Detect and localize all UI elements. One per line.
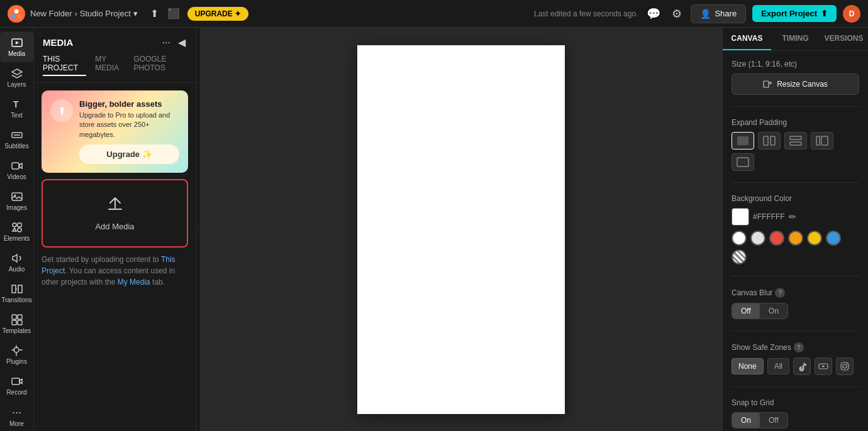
safe-zone-options: None All bbox=[732, 357, 859, 375]
sidebar-item-templates[interactable]: Templates bbox=[0, 308, 33, 339]
sidebar-item-record[interactable]: Record bbox=[0, 370, 33, 401]
safe-zones-section: Show Safe Zones ? None All bbox=[732, 342, 859, 375]
media-panel-header: MEDIA ··· ◀ bbox=[34, 28, 196, 55]
help-text: Get started by uploading content to This… bbox=[42, 254, 188, 288]
svg-rect-29 bbox=[841, 363, 849, 370]
tab-google-photos[interactable]: GOOGLE PHOTOS bbox=[133, 55, 187, 76]
tab-my-media[interactable]: MY MEDIA bbox=[95, 55, 125, 76]
export-button[interactable]: Export Project ⬆ bbox=[752, 5, 837, 22]
layers-icon bbox=[11, 67, 23, 80]
media-label: Media bbox=[8, 50, 25, 57]
subtitles-icon bbox=[11, 129, 23, 141]
sidebar-item-plugins[interactable]: Plugins bbox=[0, 339, 33, 370]
swatch-white[interactable] bbox=[732, 231, 747, 246]
elements-icon bbox=[11, 221, 23, 234]
videos-icon bbox=[11, 160, 23, 172]
padding-opt-1[interactable] bbox=[732, 132, 754, 150]
bg-color-row: #FFFFFF ✏ bbox=[732, 208, 859, 226]
upload-button[interactable]: ⬆ bbox=[148, 5, 161, 22]
upgrade-card-button[interactable]: Upgrade ✨ bbox=[79, 145, 179, 164]
divider-5 bbox=[732, 386, 859, 387]
bg-color-preview[interactable] bbox=[732, 208, 749, 226]
swatch-light-gray[interactable] bbox=[750, 231, 765, 246]
swatch-striped[interactable] bbox=[732, 249, 747, 265]
safe-zone-youtube[interactable] bbox=[815, 357, 832, 375]
present-button[interactable]: ⬛ bbox=[165, 5, 182, 22]
swatch-blue[interactable] bbox=[826, 231, 841, 246]
sidebar-item-audio[interactable]: Audio bbox=[0, 247, 33, 278]
sidebar-item-subtitles[interactable]: Subtitles bbox=[0, 124, 33, 155]
svg-rect-27 bbox=[737, 158, 748, 166]
media-panel: MEDIA ··· ◀ THIS PROJECT MY MEDIA GOOGLE… bbox=[34, 28, 196, 431]
canvas-blur-label: Canvas Blur ? bbox=[732, 288, 859, 298]
svg-rect-19 bbox=[764, 81, 769, 87]
snap-grid-label: Snap to Grid bbox=[732, 398, 859, 407]
sidebar-item-text[interactable]: T Text bbox=[0, 93, 33, 124]
sidebar-item-transitions[interactable]: Transitions bbox=[0, 278, 33, 308]
templates-icon bbox=[11, 314, 23, 326]
divider-2 bbox=[732, 182, 859, 183]
right-panel-body: Size (1:1, 9:16, etc) Resize Canvas Expa… bbox=[723, 51, 868, 431]
settings-button[interactable]: ⚙ bbox=[669, 4, 684, 23]
safe-zone-all[interactable]: All bbox=[767, 358, 789, 374]
audio-label: Audio bbox=[9, 266, 25, 273]
add-media-label: Add Media bbox=[95, 222, 134, 231]
topbar-actions: ⬆ ⬛ bbox=[148, 5, 182, 22]
topbar-right: Last edited a few seconds ago. 💬 ⚙ 👤 Sha… bbox=[534, 4, 860, 23]
user-avatar[interactable]: D bbox=[843, 5, 860, 23]
padding-opt-4[interactable] bbox=[811, 132, 833, 150]
comments-button[interactable]: 💬 bbox=[644, 4, 663, 23]
snap-off-button[interactable]: Off bbox=[760, 413, 787, 428]
canvas-blur-toggle: Off On bbox=[732, 303, 788, 319]
subtitles-label: Subtitles bbox=[4, 143, 28, 150]
blur-off-button[interactable]: Off bbox=[732, 303, 760, 319]
snap-on-button[interactable]: On bbox=[732, 413, 760, 428]
right-panel-tabs: CANVAS TIMING VERSIONS bbox=[723, 28, 868, 51]
share-button[interactable]: 👤 Share bbox=[691, 4, 746, 23]
upload-icon bbox=[106, 195, 124, 217]
upgrade-card-icon: ⬆ bbox=[50, 99, 73, 122]
swatch-red[interactable] bbox=[769, 231, 784, 246]
bg-color-label: Background Color bbox=[732, 194, 859, 203]
svg-rect-26 bbox=[821, 136, 828, 145]
add-media-box[interactable]: Add Media bbox=[42, 179, 188, 248]
tab-canvas[interactable]: CANVAS bbox=[723, 28, 771, 50]
sidebar-item-images[interactable]: Images bbox=[0, 185, 33, 216]
sidebar-item-layers[interactable]: Layers bbox=[0, 62, 33, 93]
resize-canvas-button[interactable]: Resize Canvas bbox=[732, 74, 859, 95]
safe-zones-help[interactable]: ? bbox=[794, 342, 804, 352]
tab-versions[interactable]: VERSIONS bbox=[820, 28, 868, 50]
transitions-label: Transitions bbox=[1, 297, 32, 303]
my-media-link[interactable]: My Media bbox=[118, 278, 150, 286]
tab-this-project[interactable]: THIS PROJECT bbox=[43, 55, 86, 76]
svg-rect-25 bbox=[816, 136, 820, 145]
svg-rect-22 bbox=[771, 136, 775, 145]
canvas-blur-help[interactable]: ? bbox=[775, 288, 785, 298]
svg-rect-7 bbox=[12, 163, 19, 169]
swatch-orange[interactable] bbox=[788, 231, 803, 246]
edit-color-icon[interactable]: ✏ bbox=[789, 212, 796, 222]
sidebar-item-more[interactable]: ··· More bbox=[0, 401, 33, 431]
topbar: New Folder › Studio Project ▾ ⬆ ⬛ UPGRAD… bbox=[0, 0, 868, 28]
media-more-button[interactable]: ··· bbox=[161, 35, 172, 50]
sidebar-item-elements[interactable]: Elements bbox=[0, 216, 33, 247]
svg-text:T: T bbox=[13, 99, 19, 109]
sidebar-item-media[interactable]: Media bbox=[0, 31, 33, 62]
padding-opt-2[interactable] bbox=[758, 132, 781, 150]
swatch-yellow[interactable] bbox=[807, 231, 822, 246]
svg-point-2 bbox=[18, 14, 22, 18]
media-collapse-button[interactable]: ◀ bbox=[177, 35, 187, 50]
padding-opt-5[interactable] bbox=[732, 153, 754, 171]
upgrade-button[interactable]: UPGRADE ✦ bbox=[187, 7, 248, 21]
project-name[interactable]: Studio Project ▾ bbox=[80, 9, 138, 18]
safe-zone-tiktok[interactable] bbox=[793, 357, 811, 375]
tab-timing[interactable]: TIMING bbox=[771, 28, 820, 50]
safe-zone-instagram[interactable] bbox=[836, 357, 854, 375]
svg-point-10 bbox=[13, 223, 16, 227]
svg-rect-12 bbox=[18, 228, 21, 232]
sidebar-item-videos[interactable]: Videos bbox=[0, 155, 33, 185]
blur-on-button[interactable]: On bbox=[760, 303, 787, 319]
safe-zones-label: Show Safe Zones ? bbox=[732, 342, 859, 352]
padding-opt-3[interactable] bbox=[784, 132, 807, 150]
safe-zone-none[interactable]: None bbox=[732, 358, 764, 374]
